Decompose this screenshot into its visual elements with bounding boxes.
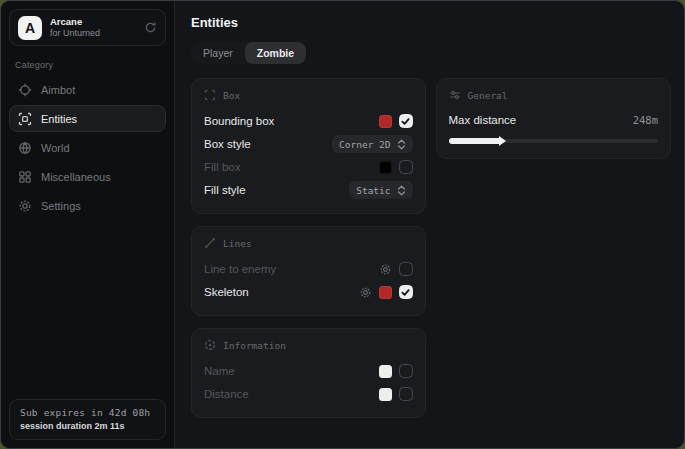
box-card-title: Box [223,90,240,101]
slider-fill [449,138,499,144]
box-style-dropdown[interactable]: Corner 2D [332,135,412,153]
left-column: Box Bounding box Box style [191,78,426,418]
checkbox-checked[interactable] [399,114,413,128]
general-card-title: General [468,90,508,101]
sidebar-item-miscellaneous[interactable]: Miscellaneous [9,163,166,190]
tab-zombie[interactable]: Zombie [245,42,306,64]
sidebar-item-label: Entities [41,113,77,125]
category-section-label: Category [15,60,160,70]
setting-row-bounding-box: Bounding box [204,110,413,132]
app-subtitle: for Unturned [50,28,136,38]
color-swatch[interactable] [379,161,392,174]
app-title: Arcane [50,17,136,28]
setting-label: Fill style [204,184,246,196]
brand-text: Arcane for Unturned [50,17,136,38]
app-window: A Arcane for Unturned Category [0,0,685,449]
sub-expires-text: Sub expires in 42d 08h [20,407,155,418]
box-card-header: Box [204,89,413,101]
setting-row-line-to-enemy: Line to enemy [204,258,413,280]
setting-row-skeleton: Skeleton [204,281,413,303]
main-panel: Entities Player Zombie Box [175,1,684,448]
setting-label: Bounding box [204,115,274,127]
fill-style-dropdown[interactable]: Static [349,181,412,199]
max-distance-slider[interactable] [449,136,658,146]
color-swatch[interactable] [379,286,392,299]
slider-thumb[interactable] [499,136,506,146]
checkbox-unchecked[interactable] [399,160,413,174]
entities-scan-icon [18,112,32,126]
setting-label: Box style [204,138,251,150]
globe-icon [18,141,32,155]
information-card: Information Name Distance [191,328,426,418]
subscription-info-card: Sub expires in 42d 08h session duration … [9,399,166,440]
chevrons-up-down-icon [397,139,406,150]
dropdown-value: Corner 2D [339,139,390,150]
setting-row-fill-style: Fill style Static [204,179,413,201]
information-card-header: Information [204,339,413,351]
checkbox-unchecked[interactable] [399,364,413,378]
sidebar-item-entities[interactable]: Entities [9,105,166,132]
sidebar: A Arcane for Unturned Category [1,1,175,448]
sidebar-item-world[interactable]: World [9,134,166,161]
refresh-icon[interactable] [144,21,157,34]
lines-card: Lines Line to enemy [191,226,426,316]
checkbox-unchecked[interactable] [399,387,413,401]
gear-icon[interactable] [359,286,372,299]
sidebar-nav: Aimbot Entities World [9,76,166,219]
color-swatch[interactable] [379,388,392,401]
lines-card-header: Lines [204,237,413,249]
sidebar-item-label: Settings [41,200,81,212]
setting-label: Name [204,365,235,377]
setting-label: Fill box [204,161,240,173]
setting-label: Line to enemy [204,263,276,275]
setting-row-box-style: Box style Corner 2D [204,133,413,155]
setting-label: Max distance [449,114,517,126]
lines-card-title: Lines [223,238,252,249]
color-swatch[interactable] [379,115,392,128]
gear-icon[interactable] [379,263,392,276]
content-area: Box Bounding box Box style [191,78,671,418]
checkbox-checked[interactable] [399,285,413,299]
right-column: General Max distance 248m [436,78,671,159]
chevrons-up-down-icon [397,185,406,196]
sliders-icon [449,89,461,101]
sidebar-item-label: Aimbot [41,84,75,96]
checkbox-unchecked[interactable] [399,262,413,276]
tab-player[interactable]: Player [191,42,245,64]
diagonal-line-icon [204,237,216,249]
setting-row-name: Name [204,360,413,382]
entity-type-tabs: Player Zombie [191,42,306,64]
setting-label: Distance [204,388,249,400]
setting-row-fill-box: Fill box [204,156,413,178]
target-info-icon [204,339,216,351]
session-duration-text: session duration 2m 11s [20,421,155,431]
corner-box-icon [204,89,216,101]
general-card: General Max distance 248m [436,78,671,159]
sidebar-item-label: World [41,142,70,154]
sidebar-item-label: Miscellaneous [41,171,111,183]
sidebar-item-settings[interactable]: Settings [9,192,166,219]
crosshair-icon [18,83,32,97]
brand-card: A Arcane for Unturned [9,9,166,46]
gear-icon [18,199,32,213]
dropdown-value: Static [356,185,390,196]
grid-icon [18,170,32,184]
color-swatch[interactable] [379,365,392,378]
box-card: Box Bounding box Box style [191,78,426,214]
information-card-title: Information [223,340,286,351]
sidebar-item-aimbot[interactable]: Aimbot [9,76,166,103]
setting-row-max-distance: Max distance 248m [449,110,658,130]
setting-label: Skeleton [204,286,249,298]
app-logo: A [18,16,42,40]
setting-row-distance: Distance [204,383,413,405]
page-title: Entities [191,15,671,30]
max-distance-value: 248m [633,114,658,126]
general-card-header: General [449,89,658,101]
